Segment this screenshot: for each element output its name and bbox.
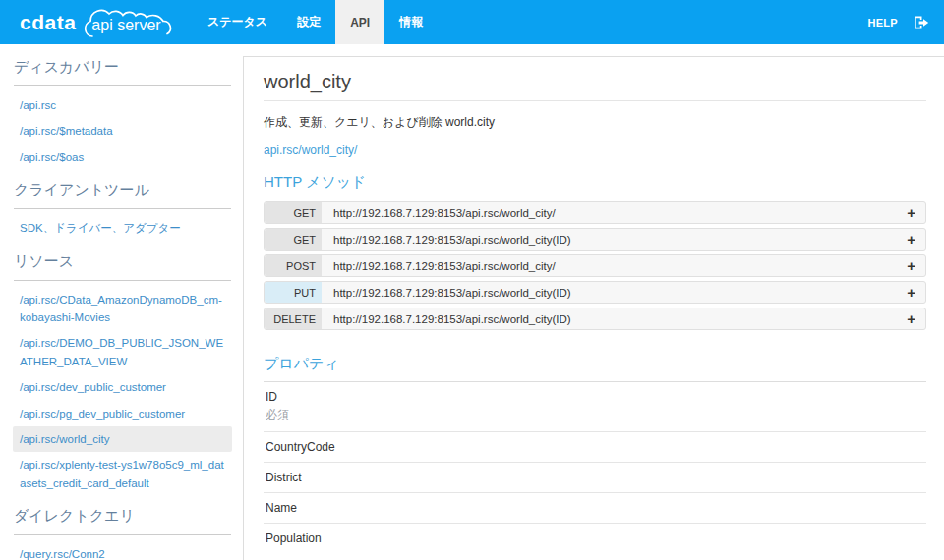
method-url: http://192.168.7.129:8153/api.rsc/world_… — [333, 229, 571, 250]
nav-api[interactable]: API — [335, 0, 384, 44]
method-badge: GET — [265, 202, 322, 223]
sign-out-icon[interactable] — [914, 16, 929, 29]
sidebar-section-discovery: ディスカバリー /api.rsc /api.rsc/$metadata /api… — [0, 58, 243, 170]
sidebar: ディスカバリー /api.rsc /api.rsc/$metadata /api… — [0, 44, 243, 560]
property-name: Population — [266, 532, 924, 545]
sidebar-item-metadata[interactable]: /api.rsc/$metadata — [13, 118, 232, 143]
method-row-put[interactable]: PUT http://192.168.7.129:8153/api.rsc/wo… — [264, 281, 926, 304]
method-row-get-collection[interactable]: GET http://192.168.7.129:8153/api.rsc/wo… — [264, 201, 926, 224]
property-row-countrycode: CountryCode — [264, 432, 926, 463]
sidebar-item-weather-data-view[interactable]: /api.rsc/DEMO_DB_PUBLIC_JSON_WEATHER_DAT… — [13, 330, 232, 374]
sidebar-section-direct-query: ダイレクトクエリ /query.rsc/Conn2 /query.rsc/Con… — [0, 507, 243, 560]
expand-plus-icon[interactable]: + — [907, 258, 915, 273]
sidebar-item-oas[interactable]: /api.rsc/$oas — [13, 144, 232, 170]
method-url: http://192.168.7.129:8153/api.rsc/world_… — [333, 202, 556, 223]
method-badge: POST — [265, 255, 322, 276]
brand-logo[interactable]: cdata api server — [0, 0, 189, 44]
main-nav: ステータス 設定 API 情報 — [193, 0, 438, 44]
page-title: world_city — [264, 71, 926, 101]
nav-status[interactable]: ステータス — [193, 0, 282, 44]
sidebar-item-api-rsc[interactable]: /api.rsc — [13, 92, 232, 118]
brand-cdata-text: cdata — [20, 11, 76, 34]
property-name: CountryCode — [266, 440, 924, 454]
resource-description: 作成、更新、クエリ、および削除 world.city — [264, 114, 926, 131]
sidebar-item-sdk-drivers[interactable]: SDK、ドライバー、アダプター — [13, 215, 232, 241]
method-url: http://192.168.7.129:8153/api.rsc/world_… — [333, 282, 571, 303]
properties-heading: プロパティ — [264, 355, 926, 382]
expand-plus-icon[interactable]: + — [907, 232, 915, 247]
nav-settings[interactable]: 設定 — [282, 0, 335, 44]
method-url: http://192.168.7.129:8153/api.rsc/world_… — [333, 255, 556, 276]
sidebar-section-client-tools: クライアントツール SDK、ドライバー、アダプター — [0, 181, 243, 241]
method-badge: DELETE — [265, 308, 322, 329]
help-link[interactable]: HELP — [867, 17, 898, 28]
method-badge: PUT — [265, 282, 322, 303]
property-required-note: 必須 — [266, 407, 924, 423]
sidebar-heading-client-tools: クライアントツール — [14, 181, 231, 209]
main-panel: world_city 作成、更新、クエリ、および削除 world.city ap… — [243, 56, 944, 560]
sidebar-heading-resources: リソース — [14, 252, 231, 281]
nav-info[interactable]: 情報 — [384, 0, 438, 44]
sidebar-item-conn2[interactable]: /query.rsc/Conn2 — [13, 541, 232, 560]
sidebar-heading-discovery: ディスカバリー — [14, 58, 231, 86]
property-name: District — [266, 471, 924, 484]
sidebar-item-xplenty-credit-card[interactable]: /api.rsc/xplenty-test-ys1w78o5c9_ml_data… — [13, 452, 232, 496]
expand-plus-icon[interactable]: + — [907, 285, 915, 300]
expand-plus-icon[interactable]: + — [907, 205, 915, 220]
resource-url-link[interactable]: api.rsc/world_city/ — [264, 143, 357, 157]
property-row-name: Name — [264, 493, 926, 524]
method-badge: GET — [265, 229, 322, 250]
sidebar-item-world-city[interactable]: /api.rsc/world_city — [13, 426, 232, 452]
method-row-delete[interactable]: DELETE http://192.168.7.129:8153/api.rsc… — [264, 308, 926, 330]
property-row-district: District — [264, 463, 926, 493]
property-row-id: ID 必須 — [264, 382, 926, 432]
http-methods-heading: HTTP メソッド — [264, 173, 926, 192]
method-row-get-single[interactable]: GET http://192.168.7.129:8153/api.rsc/wo… — [264, 228, 926, 251]
property-name: ID — [266, 390, 924, 404]
property-name: Name — [266, 501, 924, 515]
http-methods-list: GET http://192.168.7.129:8153/api.rsc/wo… — [264, 201, 926, 330]
method-row-post[interactable]: POST http://192.168.7.129:8153/api.rsc/w… — [264, 254, 926, 277]
method-url: http://192.168.7.129:8153/api.rsc/world_… — [333, 308, 571, 329]
sidebar-heading-direct-query: ダイレクトクエリ — [14, 507, 231, 535]
property-row-population: Population — [264, 524, 926, 553]
top-navbar: cdata api server ステータス 設定 API 情報 HELP — [0, 0, 944, 44]
brand-product-text: api server — [91, 17, 160, 33]
sidebar-item-dynamodb-movies[interactable]: /api.rsc/CData_AmazonDynamoDB_cm-kobayas… — [13, 287, 232, 331]
properties-list: ID 必須 CountryCode District Name Populati… — [264, 382, 926, 553]
expand-plus-icon[interactable]: + — [907, 311, 915, 326]
sidebar-section-resources: リソース /api.rsc/CData_AmazonDynamoDB_cm-ko… — [0, 252, 243, 497]
sidebar-item-dev-public-customer[interactable]: /api.rsc/dev_public_customer — [13, 374, 232, 400]
sidebar-item-pg-dev-public-customer[interactable]: /api.rsc/pg_dev_public_customer — [13, 401, 232, 426]
